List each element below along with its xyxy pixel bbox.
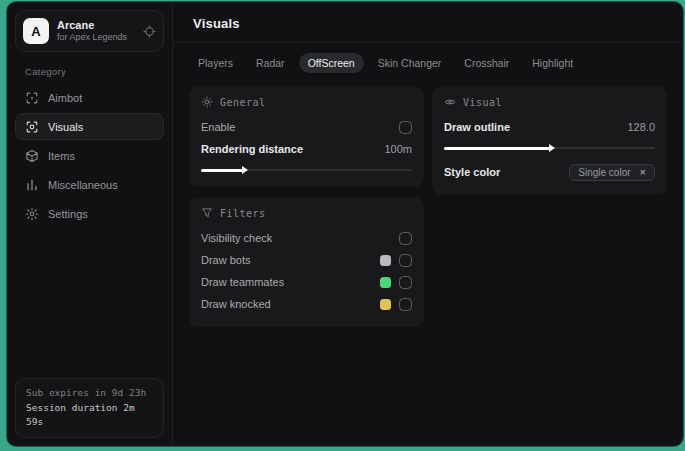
subscription-info-card: Sub expires in 9d 23h Session duration 2… [15, 378, 164, 438]
enable-row: Enable [201, 116, 412, 138]
tab-radar[interactable]: Radar [247, 53, 294, 73]
app-brand-card: A Arcane for Apex Legends [15, 10, 164, 52]
app-window: A Arcane for Apex Legends Category Aimbo… [7, 2, 683, 446]
main-area: Visuals Players Radar OffScreen Skin Cha… [173, 2, 683, 446]
tab-crosshair[interactable]: Crosshair [455, 53, 518, 73]
sub-expires-text: Sub expires in 9d 23h [26, 386, 153, 401]
app-brand-text: Arcane for Apex Legends [57, 19, 135, 44]
draw-teammates-color-swatch[interactable] [380, 277, 391, 288]
tab-players[interactable]: Players [189, 53, 242, 73]
visual-panel-header: Visual [444, 96, 655, 108]
slider-fill [201, 169, 243, 172]
style-color-select[interactable]: Single color × [569, 164, 655, 181]
draw-bots-row: Draw bots [201, 249, 412, 271]
draw-knocked-label: Draw knocked [201, 298, 271, 310]
app-logo: A [23, 18, 49, 44]
app-subtitle: for Apex Legends [57, 32, 135, 43]
sidebar-item-label: Aimbot [48, 92, 82, 104]
visibility-check-label: Visibility check [201, 232, 272, 244]
sidebar-nav: Aimbot Visuals Items [15, 84, 164, 227]
draw-bots-color-swatch[interactable] [380, 255, 391, 266]
draw-knocked-color-swatch[interactable] [380, 299, 391, 310]
gear-icon [25, 207, 39, 221]
draw-knocked-row: Draw knocked [201, 293, 412, 315]
draw-teammates-row: Draw teammates [201, 271, 412, 293]
rendering-distance-row: Rendering distance 100m [201, 138, 412, 160]
draw-outline-row: Draw outline 128.0 [444, 116, 655, 138]
style-color-label: Style color [444, 166, 500, 178]
sidebar-item-items[interactable]: Items [15, 142, 164, 169]
slider-fill [444, 147, 550, 150]
tab-highlight[interactable]: Highlight [523, 53, 582, 73]
general-panel: General Enable Rendering distance 100m [189, 86, 424, 187]
draw-outline-value: 128.0 [627, 121, 655, 133]
filters-panel-title: Filters [220, 208, 266, 219]
bar-chart-icon [25, 178, 39, 192]
draw-teammates-checkbox[interactable] [399, 276, 412, 289]
sidebar-item-label: Visuals [48, 121, 83, 133]
style-color-selected-value: Single color [578, 167, 630, 178]
draw-teammates-label: Draw teammates [201, 276, 284, 288]
visual-panel: Visual Draw outline 128.0 Style color Si… [432, 86, 667, 195]
tab-skin-changer[interactable]: Skin Changer [369, 53, 451, 73]
page-title: Visuals [193, 16, 663, 31]
main-header: Visuals [173, 2, 683, 43]
target-icon[interactable] [143, 25, 156, 38]
draw-bots-checkbox[interactable] [399, 254, 412, 267]
sidebar-item-label: Settings [48, 208, 88, 220]
tab-bar: Players Radar OffScreen Skin Changer Cro… [173, 43, 683, 73]
crosshair-icon [25, 91, 39, 105]
tab-offscreen[interactable]: OffScreen [299, 53, 364, 73]
box-icon [25, 149, 39, 163]
visibility-check-row: Visibility check [201, 227, 412, 249]
tab-content: General Enable Rendering distance 100m [173, 73, 683, 340]
rendering-distance-slider[interactable] [201, 165, 412, 175]
sidebar-item-visuals[interactable]: Visuals [15, 113, 164, 140]
draw-knocked-checkbox[interactable] [399, 298, 412, 311]
rendering-distance-label: Rendering distance [201, 143, 303, 155]
style-color-row: Style color Single color × [444, 161, 655, 183]
draw-outline-slider[interactable] [444, 143, 655, 153]
category-label: Category [25, 66, 154, 77]
sidebar-item-aimbot[interactable]: Aimbot [15, 84, 164, 111]
eye-scan-icon [25, 120, 39, 134]
sidebar: A Arcane for Apex Legends Category Aimbo… [7, 2, 173, 446]
sidebar-item-miscellaneous[interactable]: Miscellaneous [15, 171, 164, 198]
clear-style-color-icon[interactable]: × [640, 167, 646, 178]
session-duration-text: Session duration 2m 59s [26, 401, 153, 430]
rendering-distance-value: 100m [384, 143, 412, 155]
sun-icon [201, 96, 213, 108]
filters-panel: Filters Visibility check Draw bots [189, 197, 424, 327]
draw-outline-label: Draw outline [444, 121, 510, 133]
funnel-icon [201, 207, 213, 219]
visual-panel-title: Visual [463, 97, 502, 108]
sidebar-item-label: Miscellaneous [48, 179, 118, 191]
general-panel-title: General [220, 97, 266, 108]
enable-label: Enable [201, 121, 235, 133]
filters-panel-header: Filters [201, 207, 412, 219]
sidebar-item-settings[interactable]: Settings [15, 200, 164, 227]
sidebar-item-label: Items [48, 150, 75, 162]
eye-icon [444, 96, 456, 108]
draw-bots-label: Draw bots [201, 254, 251, 266]
visibility-check-checkbox[interactable] [399, 232, 412, 245]
app-name: Arcane [57, 19, 135, 33]
general-panel-header: General [201, 96, 412, 108]
enable-checkbox[interactable] [399, 121, 412, 134]
